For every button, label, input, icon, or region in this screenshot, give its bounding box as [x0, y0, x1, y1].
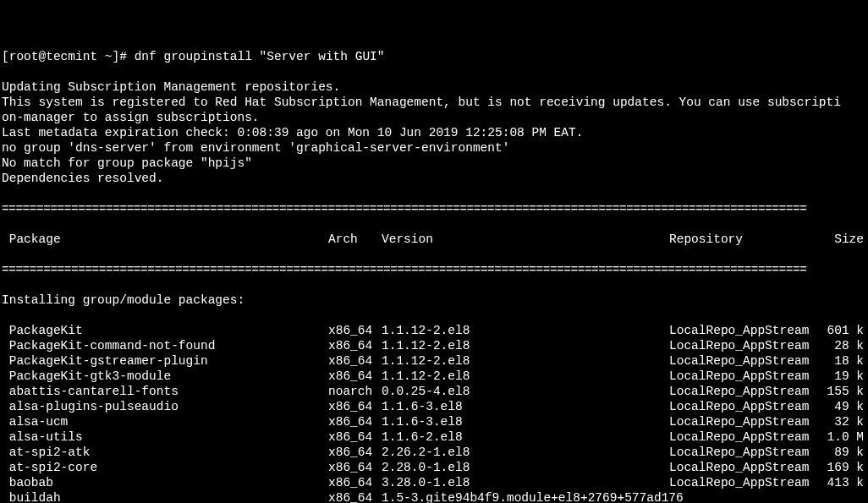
cell-version: 1.1.6-3.el8	[382, 414, 669, 429]
cell-arch: x86_64	[328, 429, 382, 445]
table-row: alsa-plugins-pulseaudiox86_641.1.6-3.el8…	[2, 399, 866, 414]
section-label: Installing group/module packages:	[2, 293, 866, 308]
cell-package: abattis-cantarell-fonts	[2, 384, 328, 399]
cell-repository: LocalRepo_AppStream	[669, 475, 817, 490]
cell-size: 413 k	[817, 475, 864, 490]
cell-size: 1.0 M	[817, 429, 864, 445]
cell-size: 49 k	[817, 399, 864, 414]
output-line: This system is registered to Red Hat Sub…	[2, 95, 866, 110]
cell-arch: x86_64	[328, 399, 382, 414]
table-row: alsa-ucmx86_641.1.6-3.el8LocalRepo_AppSt…	[2, 414, 866, 429]
cell-package: buildah	[2, 490, 328, 503]
output-line: on-manager to assign subscriptions.	[2, 110, 866, 125]
cell-repository: LocalRepo_AppStream	[669, 323, 817, 338]
cell-arch: x86_64	[328, 338, 382, 353]
cell-version: 1.1.6-3.el8	[382, 399, 669, 414]
cell-version: 3.28.0-1.el8	[382, 475, 669, 490]
cell-package: alsa-plugins-pulseaudio	[2, 399, 328, 414]
cell-arch: x86_64	[328, 353, 382, 369]
output-line: Dependencies resolved.	[2, 171, 866, 186]
shell-command: dnf groupinstall "Server with GUI"	[135, 49, 385, 64]
cell-repository: LocalRepo_AppStream	[669, 384, 817, 399]
cell-version: 1.1.12-2.el8	[382, 338, 669, 353]
cell-version: 1.5-3.gite94b4f9.module+el8+2769+577ad17…	[382, 490, 669, 503]
cell-package: at-spi2-core	[2, 460, 328, 475]
cell-package: alsa-utils	[2, 429, 328, 445]
cell-size: 19 k	[817, 369, 864, 384]
shell-prompt: [root@tecmint ~]#	[2, 49, 135, 64]
package-list: PackageKitx86_641.1.12-2.el8LocalRepo_Ap…	[2, 323, 866, 503]
output-line: No match for group package "hpijs"	[2, 156, 866, 171]
cell-size: 18 k	[817, 353, 864, 369]
cell-size	[817, 490, 864, 503]
table-row: PackageKit-command-not-foundx86_641.1.12…	[2, 338, 866, 353]
cell-repository: LocalRepo_AppStream	[669, 369, 817, 384]
header-package: Package	[2, 232, 328, 247]
cell-repository: LocalRepo_AppStream	[669, 429, 817, 445]
cell-package: PackageKit-gstreamer-plugin	[2, 353, 328, 369]
cell-repository: LocalRepo_AppStream	[669, 353, 817, 369]
output-line: Last metadata expiration check: 0:08:39 …	[2, 125, 866, 140]
cell-arch: noarch	[328, 384, 382, 399]
cell-package: PackageKit-gtk3-module	[2, 369, 328, 384]
output-line: Updating Subscription Management reposit…	[2, 79, 866, 95]
cell-package: PackageKit-command-not-found	[2, 338, 328, 353]
divider-top: ========================================…	[2, 201, 866, 216]
cell-repository: LocalRepo_AppStream	[669, 460, 817, 475]
cell-arch: x86_64	[328, 460, 382, 475]
cell-version: 2.26.2-1.el8	[382, 445, 669, 460]
cell-size: 32 k	[817, 414, 864, 429]
cell-repository: LocalRepo_AppStream	[669, 445, 817, 460]
cell-package: baobab	[2, 475, 328, 490]
cell-size: 601 k	[817, 323, 864, 338]
output-line: no group 'dns-server' from environment '…	[2, 140, 866, 156]
cell-arch: x86_64	[328, 323, 382, 338]
table-row: at-spi2-corex86_642.28.0-1.el8LocalRepo_…	[2, 460, 866, 475]
cell-package: at-spi2-atk	[2, 445, 328, 460]
table-row: PackageKit-gtk3-modulex86_641.1.12-2.el8…	[2, 369, 866, 384]
cell-package: PackageKit	[2, 323, 328, 338]
table-row: at-spi2-atkx86_642.26.2-1.el8LocalRepo_A…	[2, 445, 866, 460]
cell-arch: x86_64	[328, 445, 382, 460]
cell-version: 1.1.6-2.el8	[382, 429, 669, 445]
table-row: PackageKitx86_641.1.12-2.el8LocalRepo_Ap…	[2, 323, 866, 338]
cell-version: 0.0.25-4.el8	[382, 384, 669, 399]
table-header-row: Package Arch Version Repository Size	[2, 232, 866, 247]
header-arch: Arch	[328, 232, 382, 247]
cell-size: 89 k	[817, 445, 864, 460]
divider-bottom: ========================================…	[2, 262, 866, 277]
header-repository: Repository	[669, 232, 817, 247]
cell-arch: x86_64	[328, 369, 382, 384]
table-row: buildahx86_641.5-3.gite94b4f9.module+el8…	[2, 490, 866, 503]
cell-repository: LocalRepo_AppStream	[669, 399, 817, 414]
table-row: abattis-cantarell-fontsnoarch0.0.25-4.el…	[2, 384, 866, 399]
cell-version: 1.1.12-2.el8	[382, 353, 669, 369]
table-row: PackageKit-gstreamer-pluginx86_641.1.12-…	[2, 353, 866, 369]
cell-arch: x86_64	[328, 414, 382, 429]
cell-version: 2.28.0-1.el8	[382, 460, 669, 475]
cell-size: 169 k	[817, 460, 864, 475]
header-version: Version	[382, 232, 669, 247]
cell-arch: x86_64	[328, 490, 382, 503]
output-preamble: Updating Subscription Management reposit…	[2, 79, 866, 186]
table-row: alsa-utilsx86_641.1.6-2.el8LocalRepo_App…	[2, 429, 866, 445]
cell-repository: LocalRepo_AppStream	[669, 414, 817, 429]
cell-arch: x86_64	[328, 475, 382, 490]
cell-repository	[669, 490, 817, 503]
cell-version: 1.1.12-2.el8	[382, 323, 669, 338]
cell-repository: LocalRepo_AppStream	[669, 338, 817, 353]
cell-size: 155 k	[817, 384, 864, 399]
cell-package: alsa-ucm	[2, 414, 328, 429]
cell-size: 28 k	[817, 338, 864, 353]
command-line: [root@tecmint ~]# dnf groupinstall "Serv…	[2, 49, 866, 64]
header-size: Size	[817, 232, 864, 247]
table-row: baobabx86_643.28.0-1.el8LocalRepo_AppStr…	[2, 475, 866, 490]
cell-version: 1.1.12-2.el8	[382, 369, 669, 384]
